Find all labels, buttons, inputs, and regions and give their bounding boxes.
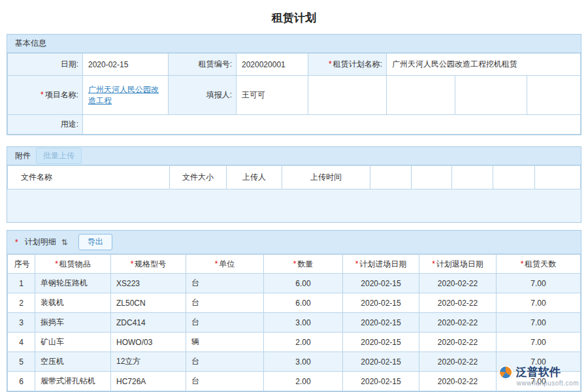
cell-days: 7.00: [497, 293, 581, 313]
basic-info-table: 日期: 2020-02-15 租赁编号: 2020020001 *租赁计划名称:…: [7, 53, 581, 135]
reporter-label: 填报人:: [169, 76, 237, 115]
vendor-brand: 泛普软件: [516, 365, 561, 380]
required-mark: *: [293, 259, 297, 269]
attachments-section-title: 附件: [15, 150, 31, 161]
page: 租赁计划 基本信息 日期: 2020-02-15 租赁编号: 202002000…: [0, 0, 588, 392]
rent-no-label: 租赁编号:: [169, 54, 237, 76]
plan-table-row[interactable]: 1 单钢轮压路机 XS223 台 6.00 2020-02-15 2020-02…: [8, 274, 581, 293]
cell-unit: 台: [186, 274, 264, 293]
cell-seq: 4: [8, 333, 35, 352]
cell-enter-date: 2020-02-15: [343, 352, 419, 372]
col-item-label: 租赁物品: [59, 259, 91, 269]
required-mark: *: [432, 259, 435, 269]
plan-table-row[interactable]: 3 振捣车 ZDC414 台 3.00 2020-02-15 2020-02-2…: [8, 313, 581, 333]
cell-exit-date: 2020-02-22: [419, 372, 497, 391]
col-qty: *数量: [264, 255, 343, 274]
project-label-text: 项目名称:: [45, 90, 78, 99]
purpose-value: [83, 115, 581, 135]
attachments-header-row: 文件名称 文件大小 上传人 上传时间: [8, 166, 581, 189]
required-mark: *: [215, 259, 218, 269]
empty-cell: [455, 76, 527, 115]
cell-seq: 1: [8, 274, 35, 293]
vendor-watermark: 泛普软件 www.fanpusoft.com: [498, 365, 579, 387]
plan-name-value: 广州天河人民公园改造工程挖机租赁: [387, 54, 581, 76]
basic-info-row: *项目名称: 广州天河人民公园改造工程 填报人: 王可可: [8, 76, 581, 115]
cell-seq: 3: [8, 313, 35, 333]
basic-info-row: 日期: 2020-02-15 租赁编号: 2020020001 *租赁计划名称:…: [8, 54, 581, 76]
col-uploader: 上传人: [227, 166, 282, 189]
col-exit-date-label: 计划退场日期: [436, 259, 483, 269]
cell-enter-date: 2020-02-15: [343, 333, 419, 352]
col-unit-label: 单位: [219, 259, 235, 269]
col-unit: *单位: [186, 255, 264, 274]
attachments-empty-area: [7, 189, 581, 222]
cell-exit-date: 2020-02-22: [419, 352, 497, 372]
cell-days: 7.00: [497, 274, 581, 293]
attachments-table: 文件名称 文件大小 上传人 上传时间: [7, 165, 581, 189]
cell-exit-date: 2020-02-22: [419, 293, 497, 313]
col-file-size: 文件大小: [170, 166, 227, 189]
empty-cell: [412, 166, 452, 189]
cell-unit: 台: [186, 293, 264, 313]
cell-seq: 2: [8, 293, 35, 313]
project-value-cell: 广州天河人民公园改造工程: [83, 76, 169, 115]
required-mark: *: [55, 259, 58, 269]
plan-detail-section-header: *计划明细 ⇅ 导出: [7, 231, 581, 254]
required-mark: *: [355, 259, 359, 269]
batch-upload-button[interactable]: 批量上传: [36, 148, 82, 164]
vendor-site: www.fanpusoft.com: [517, 380, 579, 387]
project-link[interactable]: 广州天河人民公园改造工程: [88, 85, 159, 105]
cell-seq: 5: [8, 352, 35, 372]
required-mark: *: [131, 259, 134, 269]
rent-no-value: 2020020001: [237, 54, 308, 76]
sort-icon[interactable]: ⇅: [61, 238, 68, 247]
cell-unit: 台: [186, 372, 264, 391]
plan-table-row[interactable]: 5 空压机 12立方 台 3.00 2020-02-15 2020-02-22 …: [8, 352, 581, 372]
cell-unit: 辆: [186, 333, 264, 352]
col-days: *租赁天数: [497, 255, 581, 274]
col-upload-time: 上传时间: [282, 166, 370, 189]
cell-qty: 3.00: [264, 313, 343, 333]
plan-name-label: *租赁计划名称:: [308, 54, 387, 76]
empty-cell: [308, 76, 387, 115]
plan-table-row[interactable]: 2 装载机 ZL50CN 台 6.00 2020-02-15 2020-02-2…: [8, 293, 581, 313]
cell-enter-date: 2020-02-15: [343, 372, 419, 391]
date-value: 2020-02-15: [83, 54, 169, 76]
basic-info-row: 用途:: [8, 115, 581, 135]
cell-model: ZL50CN: [111, 293, 186, 313]
cell-item: 履带式潜孔钻机: [35, 372, 111, 391]
cell-model: ZDC414: [111, 313, 186, 333]
basic-info-panel: 基本信息 日期: 2020-02-15 租赁编号: 2020020001 *租赁…: [7, 34, 581, 135]
cell-item: 振捣车: [35, 313, 111, 333]
date-label: 日期:: [8, 54, 83, 76]
cell-model: HOWO/03: [111, 333, 186, 352]
cell-unit: 台: [186, 313, 264, 333]
page-title: 租赁计划: [0, 0, 588, 34]
col-enter-date: *计划进场日期: [343, 255, 419, 274]
cell-days: 7.00: [497, 313, 581, 333]
cell-qty: 6.00: [264, 293, 343, 313]
required-mark: *: [15, 238, 18, 247]
col-enter-date-label: 计划进场日期: [359, 259, 406, 269]
plan-detail-table: 序号 *租赁物品 *规格型号 *单位 *数量 *计划进场日期 *计划退场日期 *…: [7, 254, 581, 391]
attachments-panel: 附件 批量上传 文件名称 文件大小 上传人 上传时间: [7, 146, 581, 223]
cell-item: 装载机: [35, 293, 111, 313]
cell-model: HC726A: [111, 372, 186, 391]
cell-enter-date: 2020-02-15: [343, 293, 419, 313]
reporter-value: 王可可: [237, 76, 308, 115]
cell-exit-date: 2020-02-22: [419, 313, 497, 333]
plan-header-row: 序号 *租赁物品 *规格型号 *单位 *数量 *计划进场日期 *计划退场日期 *…: [8, 255, 581, 274]
required-mark: *: [521, 259, 524, 269]
cell-enter-date: 2020-02-15: [343, 274, 419, 293]
col-file-name: 文件名称: [8, 166, 170, 189]
purpose-label: 用途:: [8, 115, 83, 135]
basic-info-section-title: 基本信息: [15, 38, 46, 49]
plan-table-row[interactable]: 4 矿山车 HOWO/03 辆 2.00 2020-02-15 2020-02-…: [8, 333, 581, 352]
cell-model: XS223: [111, 274, 186, 293]
cell-enter-date: 2020-02-15: [343, 313, 419, 333]
plan-table-row[interactable]: 6 履带式潜孔钻机 HC726A 台 2.00 2020-02-15 2020-…: [8, 372, 581, 391]
cell-seq: 6: [8, 372, 35, 391]
cell-qty: 2.00: [264, 372, 343, 391]
export-button[interactable]: 导出: [78, 234, 112, 250]
cell-item: 单钢轮压路机: [35, 274, 111, 293]
